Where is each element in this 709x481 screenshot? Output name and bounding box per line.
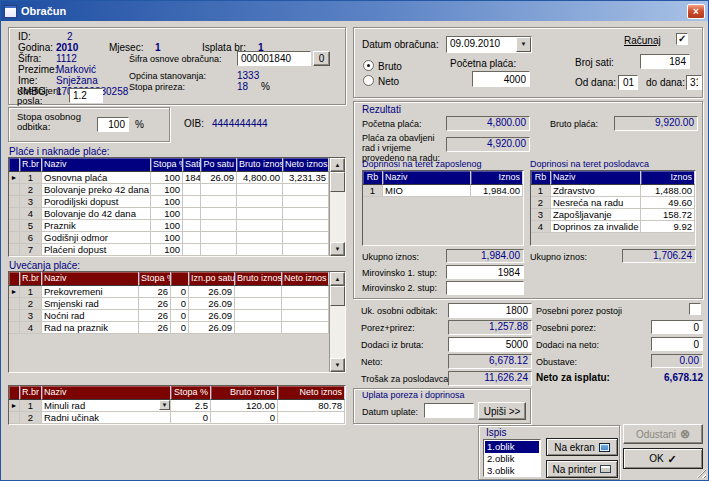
row-selector[interactable] xyxy=(9,310,20,322)
grid-cell[interactable]: Minuli rad▼ xyxy=(42,400,171,412)
row-selector[interactable]: ► xyxy=(9,286,20,298)
neto-radio[interactable] xyxy=(363,75,374,86)
grid-cell[interactable] xyxy=(183,184,201,196)
posebni-input[interactable] xyxy=(651,320,703,334)
grid-cell[interactable]: 26 xyxy=(139,322,171,334)
table-row[interactable]: 4Doprinos za invalide9.92 xyxy=(531,221,695,233)
table-row[interactable]: 7Plaćeni dopust100 xyxy=(9,244,329,256)
row-selector[interactable] xyxy=(9,412,20,424)
row-selector[interactable]: ► xyxy=(9,172,20,184)
row-selector[interactable] xyxy=(9,298,20,310)
grid-cell[interactable]: 1 xyxy=(363,185,383,197)
grid-cell[interactable] xyxy=(282,322,329,334)
grid-cell[interactable]: 100 xyxy=(151,172,183,184)
ispis-option-3[interactable]: 3.oblik xyxy=(485,465,539,477)
grid-cell[interactable]: Osnovna plaća xyxy=(42,172,151,184)
racunaj-checkbox[interactable] xyxy=(676,33,688,45)
table-row[interactable]: 1MIO1,984.00 xyxy=(363,185,523,197)
grid-cell[interactable]: 49.60 xyxy=(641,197,695,209)
row-selector[interactable] xyxy=(9,244,20,256)
grid-cell[interactable]: 100 xyxy=(151,244,183,256)
grid-cell[interactable] xyxy=(282,310,329,322)
mirovinsko2-input[interactable] xyxy=(446,281,524,295)
dodaci-bruto-input[interactable] xyxy=(448,337,532,352)
grid-cell[interactable]: 100 xyxy=(151,208,183,220)
na-printer-button[interactable]: Na printer xyxy=(546,460,618,478)
scroll-up-button[interactable]: ▲ xyxy=(330,272,345,286)
grid-cell[interactable]: 184 xyxy=(183,172,201,184)
grid-cell[interactable]: Bolovanje preko 42 dana xyxy=(42,184,151,196)
grid-cell[interactable]: Noćni rad xyxy=(42,310,139,322)
na-ekran-button[interactable]: Na ekran xyxy=(546,438,618,456)
grid-cell[interactable]: 3 xyxy=(20,196,42,208)
grid-cell[interactable]: Zdravstvo xyxy=(551,185,641,197)
ispis-option-1[interactable]: 1.oblik xyxy=(485,441,539,453)
grid-cell[interactable] xyxy=(278,412,345,424)
scroll-up-button[interactable]: ▲ xyxy=(330,158,345,172)
grid-cell[interactable]: 1,984.00 xyxy=(471,185,523,197)
table-row[interactable]: 3Zapošljavanje158.72 xyxy=(531,209,695,221)
grid-cell[interactable]: Doprinos za invalide xyxy=(551,221,641,233)
row-selector[interactable] xyxy=(9,184,20,196)
grid-cell[interactable]: 4 xyxy=(531,221,551,233)
grid-cell[interactable]: 26.09 xyxy=(189,298,235,310)
grid-cell[interactable] xyxy=(201,184,237,196)
koeficijent-input[interactable] xyxy=(69,88,103,103)
grid-cell[interactable] xyxy=(201,196,237,208)
grid-cell[interactable]: 26.09 xyxy=(189,286,235,298)
grid-cell[interactable] xyxy=(283,208,329,220)
grid-cell[interactable]: 1 xyxy=(531,185,551,197)
dodaci-neto-input[interactable] xyxy=(651,337,703,351)
grid-cell[interactable] xyxy=(201,220,237,232)
grid-cell[interactable] xyxy=(183,220,201,232)
row-selector[interactable] xyxy=(9,220,20,232)
grid-cell[interactable]: Bolovanje do 42 dana xyxy=(42,208,151,220)
grid-cell[interactable]: Radni učinak xyxy=(42,412,171,424)
scroll-down-button[interactable]: ▼ xyxy=(330,358,345,372)
grid-cell[interactable] xyxy=(283,244,329,256)
grid-cell[interactable] xyxy=(237,220,283,232)
bruto-radio[interactable] xyxy=(363,60,374,71)
odustani-button[interactable]: Odustani ⊗ xyxy=(623,424,703,444)
table-row[interactable]: 3Porodiljski dopust100 xyxy=(9,196,329,208)
grid-cell[interactable]: 26.09 xyxy=(189,310,235,322)
table-row[interactable]: 3Noćni rad26026.09 xyxy=(9,310,329,322)
grid-cell[interactable]: 6 xyxy=(20,232,42,244)
grid-cell[interactable]: 100 xyxy=(151,232,183,244)
mirovinsko1-input[interactable] xyxy=(446,265,524,279)
grid-cell[interactable] xyxy=(237,184,283,196)
grid-cell[interactable]: 2 xyxy=(20,412,42,424)
grid-cell[interactable]: Zapošljavanje xyxy=(551,209,641,221)
titlebar[interactable]: Obračun × xyxy=(1,1,708,21)
table-row[interactable]: 2Bolovanje preko 42 dana100 xyxy=(9,184,329,196)
table-row[interactable]: ►1Osnovna plaća10018426.094,800.003,231.… xyxy=(9,172,329,184)
table-row[interactable]: 6Godišnji odmor100 xyxy=(9,232,329,244)
do-dana-input[interactable] xyxy=(686,75,702,90)
grid-cell[interactable] xyxy=(183,208,201,220)
grid-cell[interactable]: 1 xyxy=(20,400,42,412)
grid-cell[interactable] xyxy=(201,232,237,244)
grid-cell[interactable]: 4 xyxy=(20,322,42,334)
grid-cell[interactable]: 0 xyxy=(211,412,278,424)
grid-cell[interactable] xyxy=(201,208,237,220)
grid-cell[interactable] xyxy=(237,208,283,220)
grid-cell[interactable] xyxy=(183,244,201,256)
close-button[interactable]: × xyxy=(687,4,705,19)
od-dana-input[interactable] xyxy=(618,75,638,90)
grid-cell[interactable]: 1 xyxy=(20,172,42,184)
grid-cell[interactable] xyxy=(235,310,282,322)
grid-cell[interactable]: 26 xyxy=(139,310,171,322)
row-selector[interactable] xyxy=(9,208,20,220)
grid-cell[interactable]: 158.72 xyxy=(641,209,695,221)
ispis-listbox[interactable]: 1.oblik 2.oblik 3.oblik xyxy=(483,439,541,477)
datum-obracuna-select[interactable]: 09.09.2010 ▼ xyxy=(446,36,532,53)
grid-cell[interactable] xyxy=(283,196,329,208)
scroll-thumb[interactable] xyxy=(330,172,345,192)
datum-uplate-input[interactable] xyxy=(424,403,474,418)
row-selector[interactable] xyxy=(9,196,20,208)
grid-cell[interactable]: 2 xyxy=(531,197,551,209)
upisi-button[interactable]: Upiši >> xyxy=(478,402,526,420)
grid-cell[interactable]: 120.00 xyxy=(211,400,278,412)
grid-cell[interactable]: 2.5 xyxy=(171,400,211,412)
grid-cell[interactable] xyxy=(183,232,201,244)
